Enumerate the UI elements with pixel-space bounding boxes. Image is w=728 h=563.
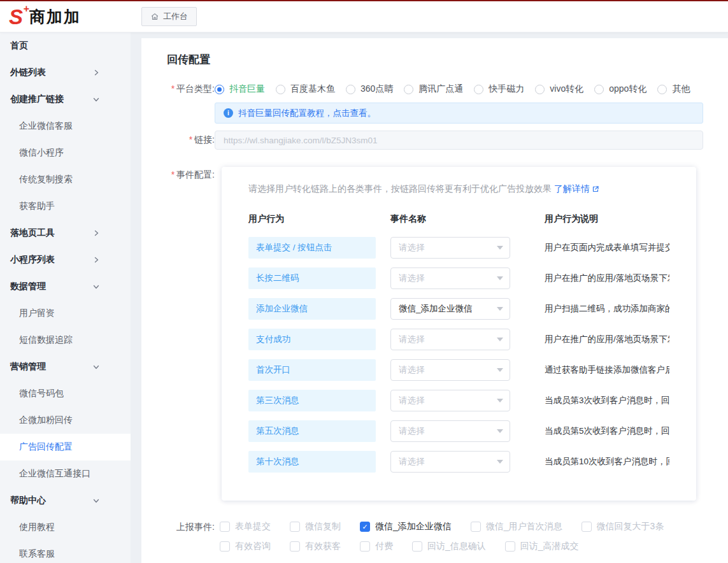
app-layout: 首页 外链列表 创建推广链接 企业微信客服 微信小程序 传统复制搜索 获客助手 … bbox=[0, 32, 728, 563]
report-checkbox-row: ✓ 有效咨询 ✓ 有效获客 ✓ 付费 ✓ 回访_信息确认 ✓ 回访_高潜成交 bbox=[215, 541, 703, 552]
column-header-behavior-desc: 用户行为说明 bbox=[545, 213, 669, 225]
tutorial-link[interactable]: 抖音巨量回传配置教程，点击查看。 bbox=[238, 108, 376, 119]
required-asterisk: * bbox=[171, 169, 175, 180]
home-icon bbox=[150, 12, 159, 21]
report-checkbox[interactable]: ✓ 微信_添加企业微信 bbox=[360, 521, 452, 532]
platform-radio[interactable]: 快手磁力 bbox=[474, 83, 524, 95]
behavior-description: 当成员第10次收到客户消息时，回调此事... bbox=[545, 456, 669, 467]
report-checkbox[interactable]: ✓ 回访_高潜成交 bbox=[505, 541, 579, 552]
external-link-icon bbox=[592, 185, 599, 193]
app-logo[interactable]: S+ 商加加 bbox=[9, 6, 136, 27]
sidebar-item[interactable]: 用户留资 bbox=[0, 300, 131, 327]
event-name-select[interactable]: 请选择 bbox=[390, 359, 510, 381]
checkbox-icon: ✓ bbox=[290, 522, 300, 532]
report-checkbox-row: ✓ 表单提交 ✓ 微信复制 ✓ 微信_添加企业微信 ✓ 微信_用户首次消息 ✓ … bbox=[215, 521, 703, 532]
event-name-select[interactable]: 请选择 bbox=[390, 390, 510, 411]
behavior-tag[interactable]: 第五次消息 bbox=[248, 420, 376, 442]
radio-circle-icon bbox=[346, 85, 355, 94]
behavior-tag[interactable]: 第十次消息 bbox=[248, 451, 376, 473]
sidebar-item[interactable]: 企业微信互通接口 bbox=[0, 460, 131, 487]
platform-radio-group: 抖音巨量 百度基木鱼 360点睛 腾讯广点通 快手磁力 vivo转化 oppo转… bbox=[215, 83, 703, 95]
report-checkbox[interactable]: ✓ 微信_用户首次消息 bbox=[471, 521, 562, 532]
link-label: *链接: bbox=[167, 134, 215, 146]
sidebar-item[interactable]: 帮助中心 bbox=[0, 487, 131, 514]
logo-text: 商加加 bbox=[29, 6, 81, 27]
sidebar-item[interactable]: 创建推广链接 bbox=[0, 86, 131, 113]
platform-radio[interactable]: vivo转化 bbox=[535, 83, 583, 95]
platform-radio[interactable]: 抖音巨量 bbox=[215, 83, 265, 95]
behavior-tag[interactable]: 长按二维码 bbox=[248, 267, 376, 289]
logo-plus-icon: + bbox=[24, 4, 29, 14]
chevron-down-icon bbox=[497, 429, 503, 433]
checkbox-icon: ✓ bbox=[582, 522, 592, 532]
radio-circle-icon bbox=[276, 85, 285, 94]
chevron-right-icon bbox=[92, 229, 100, 237]
report-checkbox-group: ✓ 表单提交 ✓ 微信复制 ✓ 微信_添加企业微信 ✓ 微信_用户首次消息 ✓ … bbox=[215, 521, 703, 560]
report-checkbox[interactable]: ✓ 微信回复大于3条 bbox=[582, 521, 664, 532]
tab-workspace[interactable]: 工作台 bbox=[141, 7, 197, 26]
learn-more-link[interactable]: 了解详情 bbox=[554, 183, 599, 195]
link-input[interactable] bbox=[215, 131, 703, 150]
platform-radio[interactable]: 其他 bbox=[657, 83, 690, 95]
event-name-select[interactable]: 请选择 bbox=[390, 451, 510, 473]
sidebar-item[interactable]: 联系客服 bbox=[0, 541, 131, 563]
radio-circle-icon bbox=[215, 85, 224, 94]
tab-workspace-label: 工作台 bbox=[163, 11, 188, 22]
event-name-select[interactable]: 请选择 bbox=[390, 267, 510, 289]
sidebar-item[interactable]: 营销管理 bbox=[0, 353, 131, 380]
sidebar-item[interactable]: 外链列表 bbox=[0, 59, 131, 86]
sidebar-item[interactable]: 使用教程 bbox=[0, 514, 131, 541]
behavior-tag[interactable]: 第三次消息 bbox=[248, 390, 376, 411]
radio-circle-icon bbox=[404, 85, 413, 94]
radio-circle-icon bbox=[474, 85, 483, 94]
event-name-select[interactable]: 微信_添加企业微信 bbox=[390, 298, 510, 320]
sidebar-item[interactable]: 微信号码包 bbox=[0, 380, 131, 407]
event-name-select[interactable]: 请选择 bbox=[390, 329, 510, 350]
report-events-row: 上报事件: ✓ 表单提交 ✓ 微信复制 ✓ 微信_添加企业微信 ✓ 微信_用户首… bbox=[167, 521, 703, 560]
sidebar-item[interactable]: 传统复制搜索 bbox=[0, 166, 131, 193]
sidebar-item[interactable]: 企微加粉回传 bbox=[0, 407, 131, 434]
chevron-down-icon bbox=[92, 96, 100, 103]
report-checkbox[interactable]: ✓ 付费 bbox=[360, 541, 393, 552]
report-checkbox[interactable]: ✓ 表单提交 bbox=[220, 521, 271, 532]
sidebar-item[interactable]: 数据管理 bbox=[0, 273, 131, 300]
sidebar-item[interactable]: 微信小程序 bbox=[0, 139, 131, 166]
sidebar-item[interactable]: 小程序列表 bbox=[0, 246, 131, 273]
event-table-row: 长按二维码 请选择 用户在推广的应用/落地页场景下发生的... bbox=[248, 267, 669, 289]
info-icon: i bbox=[224, 108, 233, 118]
event-table-row: 首次开口 请选择 通过获客助手链接添加微信客户后，当微... bbox=[248, 359, 669, 381]
behavior-tag[interactable]: 首次开口 bbox=[248, 359, 376, 381]
report-checkbox[interactable]: ✓ 微信复制 bbox=[290, 521, 341, 532]
report-checkbox[interactable]: ✓ 有效咨询 bbox=[220, 541, 271, 552]
main-content: 回传配置 *平台类型: 抖音巨量 百度基木鱼 360点睛 腾讯广点通 快手磁力 … bbox=[131, 32, 728, 563]
checkbox-icon: ✓ bbox=[360, 522, 370, 532]
sidebar-item[interactable]: 企业微信客服 bbox=[0, 113, 131, 139]
behavior-description: 通过获客助手链接添加微信客户后，当微... bbox=[545, 364, 669, 376]
event-config-label: *事件配置: bbox=[167, 167, 215, 501]
event-name-select[interactable]: 请选择 bbox=[390, 420, 510, 442]
platform-type-row: *平台类型: 抖音巨量 百度基木鱼 360点睛 腾讯广点通 快手磁力 vivo转… bbox=[167, 83, 703, 95]
report-checkbox[interactable]: ✓ 有效获客 bbox=[290, 541, 341, 552]
platform-radio[interactable]: 腾讯广点通 bbox=[404, 83, 463, 95]
chevron-down-icon bbox=[92, 283, 100, 290]
behavior-tag[interactable]: 表单提交 / 按钮点击 bbox=[248, 237, 376, 259]
checkbox-icon: ✓ bbox=[471, 522, 481, 532]
sidebar-item[interactable]: 首页 bbox=[0, 32, 131, 59]
behavior-tag[interactable]: 支付成功 bbox=[248, 329, 376, 350]
sidebar-item[interactable]: 获客助手 bbox=[0, 193, 131, 220]
report-checkbox[interactable]: ✓ 回访_信息确认 bbox=[412, 541, 486, 552]
sidebar-item[interactable]: 落地页工具 bbox=[0, 220, 131, 246]
platform-radio[interactable]: 360点睛 bbox=[346, 83, 393, 95]
event-table-row: 第五次消息 请选择 当成员第5次收到客户消息时，回调此事... bbox=[248, 420, 669, 442]
checkbox-icon: ✓ bbox=[412, 541, 422, 552]
sidebar-item[interactable]: 广告回传配置 bbox=[0, 434, 131, 460]
info-banner: i 抖音巨量回传配置教程，点击查看。 bbox=[215, 103, 703, 124]
behavior-tag[interactable]: 添加企业微信 bbox=[248, 298, 376, 320]
behavior-description: 用户扫描二维码，成功添加商家的企业微信 bbox=[545, 303, 669, 315]
event-name-select[interactable]: 请选择 bbox=[390, 237, 510, 259]
platform-radio[interactable]: 百度基木鱼 bbox=[276, 83, 335, 95]
link-row: *链接: bbox=[167, 131, 703, 150]
sidebar-item[interactable]: 短信数据追踪 bbox=[0, 327, 131, 353]
event-table-body: 表单提交 / 按钮点击 请选择 用户在页面内完成表单填写并提交 长按二维码 请选… bbox=[248, 237, 669, 473]
platform-radio[interactable]: oppo转化 bbox=[594, 83, 646, 95]
